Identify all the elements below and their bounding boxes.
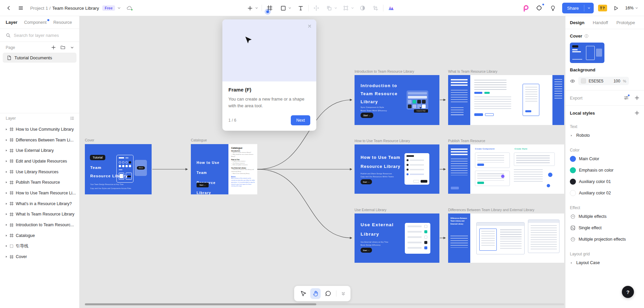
frame-label-introduction[interactable]: Introduction to Team Resource Library — [355, 69, 414, 73]
project-name[interactable]: Project 1 / — [30, 6, 51, 11]
shape-tool-chevron-icon[interactable] — [287, 6, 292, 10]
layer-options-icon[interactable] — [70, 116, 74, 121]
expand-icon[interactable] — [5, 170, 9, 174]
effect-style-multiple[interactable]: Multiple effects — [570, 211, 640, 222]
frame-label-how-to-use[interactable]: How to Use Team Resource Library — [355, 139, 410, 143]
frame-label-what-is[interactable]: What Is Team Resource Library — [448, 69, 497, 73]
tab-resource[interactable]: Resource — [53, 20, 72, 25]
tab-prototype[interactable]: Prototype — [616, 20, 635, 25]
expand-icon[interactable] — [5, 128, 9, 131]
expand-icon[interactable] — [5, 138, 9, 142]
add-style-icon[interactable] — [634, 110, 640, 116]
visibility-eye-icon[interactable] — [570, 78, 575, 84]
add-page-icon[interactable] — [51, 45, 56, 50]
layer-item-guides[interactable]: 引导线 — [0, 241, 79, 252]
design-canvas[interactable]: Cover Tutorial Team Resource Library You… — [79, 16, 565, 308]
crop-tool-button[interactable] — [370, 3, 380, 13]
color-style-main[interactable]: Main Color — [570, 154, 640, 164]
ai-tool-button[interactable] — [386, 3, 396, 13]
help-button[interactable]: ? — [622, 286, 634, 298]
present-button[interactable] — [611, 3, 621, 13]
layer-item-how-to-use-team-resource-library[interactable]: How to Use Team Resource Li... — [0, 188, 79, 198]
layer-item-cover[interactable]: Cover — [0, 251, 79, 262]
cover-thumbnail[interactable] — [570, 43, 604, 63]
info-icon[interactable] — [584, 34, 589, 38]
layer-item-differences-between-team-library[interactable]: Differences Between Team Li... — [0, 135, 79, 145]
expand-icon[interactable] — [5, 160, 9, 163]
tab-handoff[interactable]: Handoff — [593, 20, 608, 25]
ideas-button[interactable] — [548, 3, 558, 13]
layer-item-how-to-use-community-library[interactable]: How to Use Community Library — [0, 124, 79, 135]
next-button[interactable]: Next — [291, 115, 310, 125]
color-style-emphasis[interactable]: Emphasis on color — [570, 165, 640, 175]
frame-label-catalogue[interactable]: Catalogue — [191, 138, 207, 142]
frame-publish[interactable]: Create Component Create Style — [448, 144, 564, 194]
translate-badge[interactable]: T? — [598, 5, 607, 11]
add-tool-chevron-icon[interactable] — [254, 6, 259, 10]
frame-label-use-external[interactable]: Use External Library — [355, 208, 386, 212]
hand-tool-button[interactable] — [310, 288, 321, 299]
main-menu-button[interactable] — [16, 3, 25, 13]
page-item-tutorial-documents[interactable]: Tutorial Documents — [3, 53, 76, 63]
add-export-icon[interactable] — [634, 95, 640, 101]
horizontal-scrollbar-thumb[interactable] — [85, 303, 316, 305]
boolean-tool-chevron-icon[interactable] — [333, 6, 338, 10]
text-tool-button[interactable] — [296, 3, 306, 13]
export-settings-icon[interactable] — [624, 95, 629, 101]
file-name[interactable]: Team Resource Library — [52, 6, 99, 11]
expand-icon[interactable] — [5, 255, 9, 258]
adjust-tool-button[interactable] — [358, 3, 368, 13]
color-style-auxiliary-02[interactable]: Auxiliary color 02 — [570, 188, 640, 198]
sync-status-icon[interactable] — [126, 5, 132, 11]
background-hex-value[interactable]: E5E5E5 — [589, 79, 611, 83]
shape-tool-button[interactable] — [278, 3, 288, 13]
layer-item-use-external-library[interactable]: Use External Library — [0, 145, 79, 156]
expand-icon[interactable] — [5, 191, 9, 195]
text-style-roboto[interactable]: Roboto — [570, 130, 640, 140]
background-color-control[interactable]: E5E5E5 100 % — [578, 77, 629, 85]
frame-label-cover[interactable]: Cover — [85, 138, 94, 142]
color-style-auxiliary-01[interactable]: Auxiliary color 01 — [570, 177, 640, 187]
share-options-chevron[interactable] — [584, 3, 594, 13]
layout-grid-case[interactable]: Layout Case — [570, 258, 640, 268]
move-tool-button[interactable] — [311, 3, 321, 13]
frame-introduction[interactable]: Introduction to Team Resource Library Sy… — [355, 75, 439, 125]
frame-catalogue[interactable]: How to Use Team Resource Library Start →… — [191, 144, 257, 194]
expand-icon[interactable] — [5, 181, 9, 184]
expand-icon[interactable] — [5, 202, 9, 205]
file-menu-chevron-icon[interactable] — [117, 6, 121, 10]
effect-style-single[interactable]: Single effect — [570, 223, 640, 233]
background-color-swatch[interactable] — [581, 78, 586, 83]
vector-edit-tool-button[interactable] — [341, 3, 351, 13]
comment-tool-button[interactable] — [323, 288, 333, 299]
layer-item-catalogue[interactable]: Catalogue — [0, 230, 79, 241]
layer-item-what-is-team-resource-library[interactable]: What Is Team Resource Library — [0, 209, 79, 220]
expand-icon[interactable] — [5, 244, 9, 248]
zoom-control[interactable]: 16% — [625, 6, 639, 10]
frame-use-external[interactable]: Use External Library Use External Librar… — [355, 213, 439, 263]
effect-style-projection[interactable]: Multiple projection effects — [570, 234, 640, 244]
expand-icon[interactable] — [5, 212, 9, 216]
boolean-tool-button[interactable] — [324, 3, 334, 13]
search-input[interactable] — [14, 33, 71, 38]
layer-item-edit-and-update-resources[interactable]: Edit and Update Resources — [0, 156, 79, 167]
page-folder-icon[interactable] — [60, 45, 65, 50]
layer-item-introduction-to-team-res[interactable]: Introduction to Team Resourc... — [0, 220, 79, 230]
layer-item-use-library-resources[interactable]: Use Library Resources — [0, 167, 79, 177]
frame-what-is[interactable] — [448, 75, 564, 125]
layer-item-publish-team-resource[interactable]: Publish Team Resource — [0, 177, 79, 188]
vector-tool-chevron-icon[interactable] — [350, 6, 355, 10]
layer-item-whats-in-a-resource-library[interactable]: What's in a Resource Library? — [0, 198, 79, 209]
frame-label-publish[interactable]: Publish Team Resource — [448, 139, 485, 143]
tab-design[interactable]: Design — [570, 20, 584, 25]
collapse-toolbar-button[interactable] — [339, 288, 347, 299]
plugins-button[interactable] — [535, 3, 544, 13]
frame-label-differences[interactable]: Differences Between Team Library and Ext… — [448, 208, 534, 212]
tab-layer[interactable]: Layer — [6, 20, 17, 25]
expand-icon[interactable] — [5, 149, 9, 152]
collapse-pages-icon[interactable] — [70, 45, 74, 50]
close-icon[interactable] — [306, 23, 313, 29]
frame-cover[interactable]: Tutorial Team Resource Library Your Team… — [85, 144, 152, 194]
add-tool-button[interactable] — [245, 3, 255, 13]
expand-icon[interactable] — [5, 223, 9, 227]
